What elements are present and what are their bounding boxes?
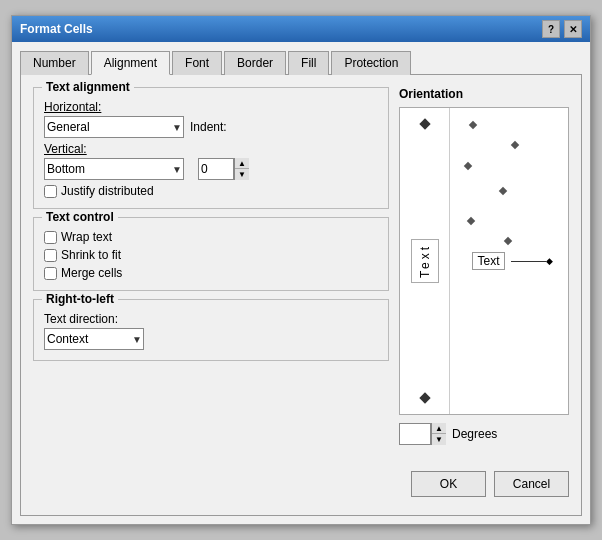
shrink-to-fit-label: Shrink to fit	[61, 248, 121, 262]
horizontal-text: Text	[477, 254, 499, 268]
horizontal-text-box[interactable]: Text	[472, 252, 504, 270]
degrees-spinner-btns: ▲ ▼	[431, 423, 446, 445]
indent-spinner: ▲ ▼	[198, 158, 249, 180]
wrap-text-row: Wrap text	[44, 230, 378, 244]
main-row: Text alignment Horizontal: General Left …	[33, 87, 569, 445]
dot-1	[469, 121, 477, 129]
format-cells-dialog: Format Cells ? ✕ Number Alignment Font B…	[11, 15, 591, 525]
justify-distributed-checkbox[interactable]	[44, 185, 57, 198]
text-direction-label: Text direction:	[44, 312, 378, 326]
orient-dot-bottom	[419, 392, 430, 403]
merge-cells-label: Merge cells	[61, 266, 122, 280]
dot-4	[499, 187, 507, 195]
degrees-label: Degrees	[452, 427, 497, 441]
dot-2	[511, 141, 519, 149]
title-bar-buttons: ? ✕	[542, 20, 582, 38]
vertical-text: Text	[418, 244, 432, 278]
tab-font[interactable]: Font	[172, 51, 222, 75]
orientation-title: Orientation	[399, 87, 569, 101]
text-line-bar: ◆	[511, 261, 546, 262]
vertical-select-wrapper: Top Center Bottom Justify Distributed ▼	[44, 158, 184, 180]
wrap-text-checkbox[interactable]	[44, 231, 57, 244]
text-control-label: Text control	[42, 210, 118, 224]
wrap-text-label: Wrap text	[61, 230, 112, 244]
tab-content: Text alignment Horizontal: General Left …	[20, 75, 582, 516]
right-to-left-section: Right-to-left Text direction: Context Le…	[33, 299, 389, 361]
indent-down-btn[interactable]: ▼	[235, 169, 249, 180]
merge-cells-row: Merge cells	[44, 266, 378, 280]
text-line: Text ◆	[472, 252, 545, 270]
degrees-spinner: 0 ▲ ▼	[399, 423, 446, 445]
tab-border[interactable]: Border	[224, 51, 286, 75]
text-control-section: Text control Wrap text Shrink to fit Mer…	[33, 217, 389, 291]
left-panel: Text alignment Horizontal: General Left …	[33, 87, 389, 445]
horizontal-select-wrapper: General Left Center Right Fill Justify C…	[44, 116, 184, 138]
horizontal-select[interactable]: General Left Center Right Fill Justify C…	[44, 116, 184, 138]
dot-3	[464, 162, 472, 170]
tab-protection[interactable]: Protection	[331, 51, 411, 75]
title-bar: Format Cells ? ✕	[12, 16, 590, 42]
text-alignment-section: Text alignment Horizontal: General Left …	[33, 87, 389, 209]
cancel-button[interactable]: Cancel	[494, 471, 569, 497]
tab-number[interactable]: Number	[20, 51, 89, 75]
tab-alignment[interactable]: Alignment	[91, 51, 170, 75]
direction-select-wrapper: Context Left-to-Right Right-to-Left ▼	[44, 328, 144, 350]
degrees-down-btn[interactable]: ▼	[432, 434, 446, 445]
dialog-title: Format Cells	[20, 22, 93, 36]
help-button[interactable]: ?	[542, 20, 560, 38]
orient-left: Text	[400, 108, 450, 414]
degrees-row: 0 ▲ ▼ Degrees	[399, 423, 569, 445]
right-to-left-label: Right-to-left	[42, 292, 118, 306]
tabs-bar: Number Alignment Font Border Fill Protec…	[20, 50, 582, 75]
degrees-input[interactable]: 0	[399, 423, 431, 445]
indent-row: Indent:	[190, 120, 227, 134]
shrink-to-fit-checkbox[interactable]	[44, 249, 57, 262]
orientation-panel: Orientation Text	[399, 87, 569, 445]
justify-distributed-row: Justify distributed	[44, 184, 378, 198]
horizontal-row: General Left Center Right Fill Justify C…	[44, 116, 378, 138]
dialog-body: Number Alignment Font Border Fill Protec…	[12, 42, 590, 524]
shrink-to-fit-row: Shrink to fit	[44, 248, 378, 262]
indent-label: Indent:	[190, 120, 227, 134]
vertical-select[interactable]: Top Center Bottom Justify Distributed	[44, 158, 184, 180]
vertical-label: Vertical:	[44, 142, 87, 156]
tab-fill[interactable]: Fill	[288, 51, 329, 75]
dot-6	[504, 237, 512, 245]
horizontal-label: Horizontal:	[44, 100, 378, 114]
orient-right: Text ◆	[450, 108, 568, 414]
orientation-box: Text	[399, 107, 569, 415]
degrees-up-btn[interactable]: ▲	[432, 423, 446, 434]
direction-select[interactable]: Context Left-to-Right Right-to-Left	[44, 328, 144, 350]
text-alignment-label: Text alignment	[42, 80, 134, 94]
merge-cells-checkbox[interactable]	[44, 267, 57, 280]
close-button[interactable]: ✕	[564, 20, 582, 38]
indent-up-btn[interactable]: ▲	[235, 158, 249, 169]
dot-5	[467, 217, 475, 225]
vertical-text-box[interactable]: Text	[411, 239, 439, 283]
ok-button[interactable]: OK	[411, 471, 486, 497]
indent-spinner-btns: ▲ ▼	[234, 158, 249, 180]
justify-distributed-label: Justify distributed	[61, 184, 154, 198]
indent-input[interactable]	[198, 158, 234, 180]
button-row: OK Cancel	[33, 465, 569, 503]
